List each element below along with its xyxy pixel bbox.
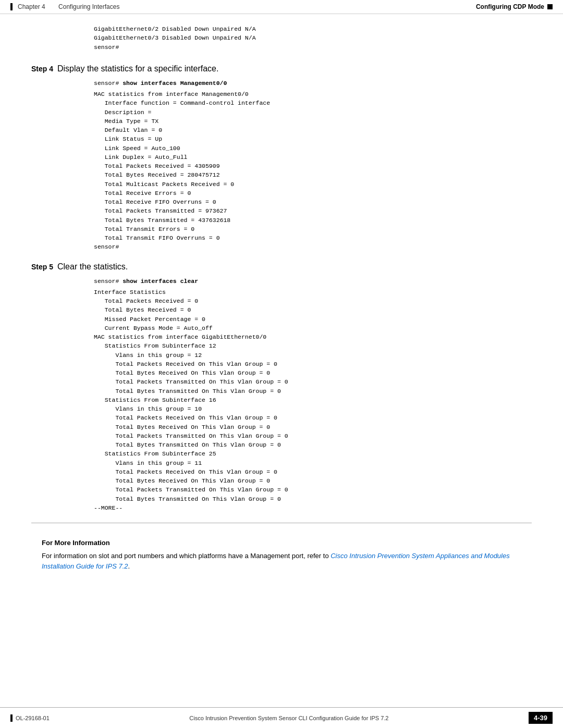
step4-out-13: Total Receive FIFO Overruns = 0: [94, 198, 532, 206]
step5-output: Interface Statistics Total Packets Recei…: [94, 288, 532, 512]
chapter-label: Chapter 4: [18, 3, 45, 10]
footer-doc-id: OL-29168-01: [16, 715, 50, 721]
step5-out-8: Vlans in this group = 12: [94, 351, 532, 360]
more-info-title: For More Information: [42, 539, 521, 547]
footer: OL-29168-01 Cisco Intrusion Prevention S…: [0, 707, 563, 728]
step4-header: Step 4 Display the statistics for a spec…: [31, 64, 532, 73]
step4-out-12: Total Receive Errors = 0: [94, 189, 532, 198]
step4-out-9: Total Packets Received = 4305909: [94, 162, 532, 170]
step5-out-17: Total Packets Transmitted On This Vlan G…: [94, 431, 532, 440]
step5-out-9: Total Packets Received On This Vlan Grou…: [94, 360, 532, 368]
step5-command-bold: show interfaces clear: [123, 278, 198, 285]
step5-content: sensor# show interfaces clear Interface …: [94, 277, 532, 513]
more-info-text: For information on slot and port numbers…: [42, 551, 521, 571]
step5-out-4: Missed Packet Percentage = 0: [94, 315, 532, 324]
step4-out-18: sensor#: [94, 242, 532, 251]
step4-out-3: Description =: [94, 108, 532, 117]
step5-number: Step 5: [31, 263, 57, 271]
step4-out-16: Total Transmit Errors = 0: [94, 225, 532, 233]
step5-out-6: MAC statistics from interface GigabitEth…: [94, 332, 532, 341]
step5-out-7: Statistics From Subinterface 12: [94, 341, 532, 350]
step4-out-6: Link Status = Up: [94, 134, 532, 143]
step5-header: Step 5 Clear the statistics.: [31, 262, 532, 272]
header-right-square: [547, 4, 553, 9]
step4-title: Display the statistics for a specific in…: [57, 64, 218, 73]
step5-out-15: Total Packets Received On This Vlan Grou…: [94, 413, 532, 422]
step5-out-2: Total Packets Received = 0: [94, 297, 532, 305]
header-separator: [48, 3, 55, 10]
step5-out-19: Statistics From Subinterface 25: [94, 449, 532, 458]
step4-out-5: Default Vlan = 0: [94, 126, 532, 134]
step4-out-2: Interface function = Command-control int…: [94, 98, 532, 107]
step4-out-10: Total Bytes Received = 280475712: [94, 170, 532, 179]
step5-out-24: Total Bytes Transmitted On This Vlan Gro…: [94, 495, 532, 503]
step4-output: MAC statistics from interface Management…: [94, 90, 532, 252]
step4-out-15: Total Bytes Transmitted = 437632618: [94, 216, 532, 225]
step5-out-1: Interface Statistics: [94, 288, 532, 297]
step5-out-25: --MORE--: [94, 503, 532, 512]
top-code-line-3: sensor#: [94, 43, 532, 52]
step4-out-4: Media Type = TX: [94, 117, 532, 126]
step5-out-20: Vlans in this group = 11: [94, 459, 532, 467]
step5-out-21: Total Packets Received On This Vlan Grou…: [94, 467, 532, 476]
top-code-line-1: GigabitEthernet0/2 Disabled Down Unpaire…: [94, 24, 532, 33]
header-bar-icon: [10, 3, 13, 10]
step5-command: sensor# show interfaces clear: [94, 277, 532, 286]
step4-out-11: Total Multicast Packets Received = 0: [94, 180, 532, 189]
more-info-section: For More Information For information on …: [31, 539, 532, 571]
step4-number: Step 4: [31, 65, 57, 73]
content-area: GigabitEthernet0/2 Disabled Down Unpaire…: [0, 14, 563, 582]
header-bar: Chapter 4 Configuring Interfaces Configu…: [0, 0, 563, 14]
top-code-line-2: GigabitEthernet0/3 Disabled Down Unpaire…: [94, 33, 532, 42]
step5-out-22: Total Bytes Received On This Vlan Group …: [94, 476, 532, 485]
step4-out-7: Link Speed = Auto_100: [94, 144, 532, 153]
step5-title: Clear the statistics.: [57, 262, 128, 272]
step4-out-8: Link Duplex = Auto_Full: [94, 153, 532, 162]
step4-section: Step 4 Display the statistics for a spec…: [31, 64, 532, 252]
step5-section: Step 5 Clear the statistics. sensor# sho…: [31, 262, 532, 513]
footer-left: OL-29168-01: [10, 714, 50, 722]
step5-out-14: Vlans in this group = 10: [94, 404, 532, 413]
step5-out-10: Total Bytes Received On This Vlan Group …: [94, 368, 532, 377]
step5-out-12: Total Bytes Transmitted On This Vlan Gro…: [94, 387, 532, 396]
step5-out-11: Total Packets Transmitted On This Vlan G…: [94, 377, 532, 386]
footer-bar-icon: [10, 714, 13, 722]
step5-out-23: Total Packets Transmitted On This Vlan G…: [94, 485, 532, 494]
header-left: Chapter 4 Configuring Interfaces: [10, 3, 119, 10]
step5-out-18: Total Bytes Transmitted On This Vlan Gro…: [94, 440, 532, 449]
step4-out-1: MAC statistics from interface Management…: [94, 90, 532, 98]
step5-out-5: Current Bypass Mode = Auto_off: [94, 324, 532, 332]
step5-out-13: Statistics From Subinterface 16: [94, 396, 532, 404]
top-code-block: GigabitEthernet0/2 Disabled Down Unpaire…: [94, 24, 532, 52]
step4-command: sensor# show interfaces Management0/0: [94, 79, 532, 88]
page-container: Chapter 4 Configuring Interfaces Configu…: [0, 0, 563, 728]
section-divider: [31, 523, 532, 523]
right-section-title: Configuring CDP Mode: [476, 3, 544, 10]
step4-out-14: Total Packets Transmitted = 973627: [94, 206, 532, 215]
step4-out-17: Total Transmit FIFO Overruns = 0: [94, 233, 532, 242]
step5-out-16: Total Bytes Received On This Vlan Group …: [94, 423, 532, 431]
footer-page-number: 4-39: [529, 712, 553, 724]
footer-center-text: Cisco Intrusion Prevention System Sensor…: [50, 715, 529, 721]
chapter-title: Configuring Interfaces: [58, 3, 119, 10]
step4-content: sensor# show interfaces Management0/0 MA…: [94, 79, 532, 252]
header-right: Configuring CDP Mode: [476, 3, 553, 10]
step5-out-3: Total Bytes Received = 0: [94, 305, 532, 314]
step4-command-bold: show interfaces Management0/0: [123, 80, 227, 87]
more-info-text-before: For information on slot and port numbers…: [42, 552, 331, 560]
more-info-text-after: .: [128, 562, 130, 570]
